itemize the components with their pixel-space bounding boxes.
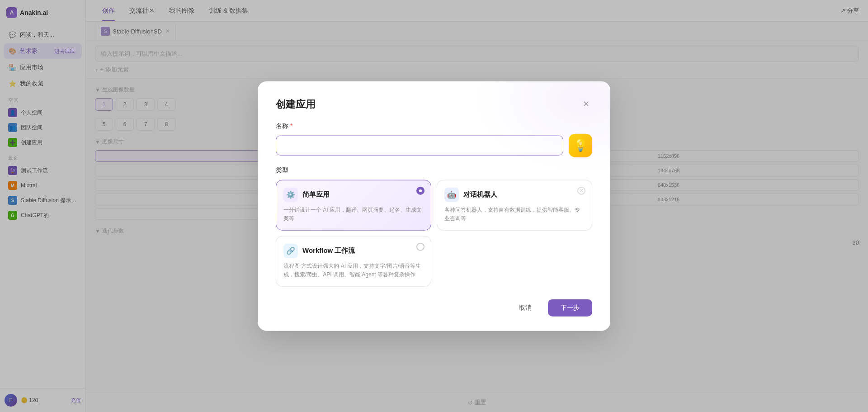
name-label: 名称 * (276, 122, 592, 130)
type-card-chatbot[interactable]: ✕ 🤖 对话机器人 各种问答机器人，支持自有数据训练，提供智能客服、专业咨询等 (437, 180, 592, 230)
chatbot-radio: ✕ (577, 186, 585, 194)
create-app-dialog: 创建应用 ✕ 名称 * 💡 类型 ⚙️ 简单应用 一分钟设计一个 AI 应用，翻… (258, 81, 610, 331)
type-card-workflow[interactable]: 🔗 Workflow 工作流 流程图 方式设计强大的 AI 应用，支持文字/图片… (276, 236, 431, 287)
workflow-header: 🔗 Workflow 工作流 (283, 244, 424, 258)
chatbot-header: 🤖 对话机器人 (444, 187, 585, 202)
simple-app-header: ⚙️ 简单应用 (283, 187, 424, 202)
name-required-indicator: * (290, 122, 292, 129)
name-form-row: 名称 * 💡 (276, 122, 592, 157)
simple-app-name: 简单应用 (302, 190, 330, 199)
name-row: 💡 (276, 133, 592, 157)
dialog-close-button[interactable]: ✕ (580, 97, 592, 110)
chatbot-name: 对话机器人 (463, 190, 497, 199)
workflow-desc: 流程图 方式设计强大的 AI 应用，支持文字/图片/语音等生成，搜索/爬虫、AP… (283, 262, 424, 279)
next-button[interactable]: 下一步 (548, 299, 592, 317)
type-grid: ⚙️ 简单应用 一分钟设计一个 AI 应用，翻译、网页摘要、起名、生成文案等 ✕… (276, 180, 592, 287)
chatbot-desc: 各种问答机器人，支持自有数据训练，提供智能客服、专业咨询等 (444, 205, 585, 223)
lightbulb-icon: 💡 (569, 133, 592, 157)
dialog-footer: 取消 下一步 (276, 299, 592, 317)
simple-app-radio (416, 186, 425, 194)
chatbot-icon: 🤖 (444, 187, 459, 202)
type-label: 类型 (276, 166, 592, 174)
workflow-icon: 🔗 (283, 244, 298, 258)
dialog-title: 创建应用 (276, 97, 316, 111)
type-form-row: 类型 ⚙️ 简单应用 一分钟设计一个 AI 应用，翻译、网页摘要、起名、生成文案… (276, 166, 592, 287)
type-card-simple-app[interactable]: ⚙️ 简单应用 一分钟设计一个 AI 应用，翻译、网页摘要、起名、生成文案等 (276, 180, 431, 230)
dialog-header: 创建应用 ✕ (276, 97, 592, 111)
cancel-button[interactable]: 取消 (508, 299, 542, 317)
name-input[interactable] (276, 135, 563, 155)
simple-app-desc: 一分钟设计一个 AI 应用，翻译、网页摘要、起名、生成文案等 (283, 205, 424, 223)
simple-app-icon: ⚙️ (283, 187, 298, 202)
workflow-name: Workflow 工作流 (302, 246, 355, 255)
